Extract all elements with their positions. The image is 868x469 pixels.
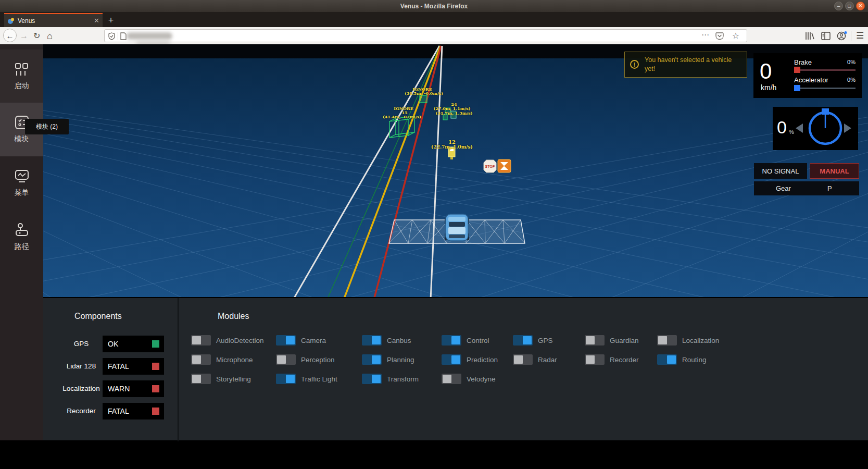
- toggle-knob: [451, 336, 460, 344]
- accelerator-slider-handle[interactable]: [794, 85, 800, 91]
- window-titlebar[interactable]: Venus - Mozilla Firefox – ▢ ✕: [0, 0, 868, 12]
- pocket-icon[interactable]: [715, 32, 724, 40]
- bookmark-star-icon[interactable]: ☆: [732, 31, 739, 41]
- svg-text:STOP: STOP: [485, 165, 495, 168]
- steering-panel: 0 %: [773, 107, 858, 150]
- brake-slider[interactable]: [794, 69, 856, 71]
- sidebar-item-menu[interactable]: 菜单: [0, 156, 43, 210]
- speed-panel: 0 km/h Brake 0% Accelerator 0%: [753, 53, 862, 98]
- module-toggle[interactable]: [585, 335, 605, 345]
- module-label: Guardian: [610, 337, 639, 344]
- module-toggle[interactable]: [191, 335, 211, 345]
- module-toggle[interactable]: [442, 335, 461, 345]
- module-toggle[interactable]: [276, 335, 296, 345]
- module-item: Routing: [657, 354, 735, 365]
- modules-grid: AudioDetection Camera Canbus Control GPS…: [191, 335, 735, 384]
- module-label: Velodyne: [467, 375, 496, 383]
- obstacle-label: (22.7m, 1.0m/s): [431, 144, 473, 150]
- joystick-icon: [15, 223, 29, 237]
- module-toggle[interactable]: [585, 354, 605, 365]
- url-text-redacted: [127, 32, 172, 40]
- module-label: Localization: [682, 337, 719, 344]
- signal-icon: [498, 159, 511, 172]
- module-label: Camera: [301, 337, 326, 344]
- component-status: OK: [103, 336, 164, 352]
- sidebar-item-setup[interactable]: 启动: [0, 50, 43, 103]
- new-tab-button[interactable]: +: [104, 14, 118, 27]
- close-button[interactable]: ✕: [856, 2, 865, 10]
- scene-3d-viewport[interactable]: STOP: [43, 44, 868, 297]
- module-toggle[interactable]: [442, 354, 461, 365]
- library-icon[interactable]: [805, 32, 814, 40]
- toggle-knob: [586, 355, 595, 364]
- url-bar[interactable]: ⋯ ☆: [104, 29, 747, 42]
- module-item: Traffic Light: [276, 374, 362, 384]
- tab-close-icon[interactable]: ✕: [94, 17, 99, 24]
- toggle-knob: [451, 355, 460, 364]
- module-toggle[interactable]: [442, 374, 461, 384]
- sidebar-item-route[interactable]: 路径: [0, 210, 43, 264]
- forward-button[interactable]: →: [20, 32, 28, 40]
- status-square: [152, 408, 159, 415]
- minimize-button[interactable]: –: [834, 2, 843, 10]
- accelerator-slider[interactable]: [794, 88, 856, 89]
- sidebar-toggle-icon[interactable]: [821, 32, 831, 40]
- module-label: Control: [467, 337, 489, 344]
- module-toggle[interactable]: [657, 354, 677, 365]
- browser-toolbar: ← → ↻ ⌂ ⋯ ☆: [0, 27, 868, 44]
- module-item: Radar: [513, 354, 585, 365]
- module-label: Perception: [301, 356, 335, 364]
- module-toggle[interactable]: [513, 354, 533, 365]
- module-item: Planning: [362, 354, 442, 365]
- component-name: Recorder: [53, 407, 110, 415]
- stop-sign-icon: STOP: [484, 160, 496, 172]
- toggle-knob: [192, 375, 201, 383]
- module-label: Transform: [387, 375, 419, 383]
- sidebar-label-modules: 模块: [15, 134, 29, 144]
- back-button[interactable]: ←: [3, 29, 17, 42]
- component-status-text: OK: [108, 340, 118, 348]
- maximize-button[interactable]: ▢: [845, 2, 854, 10]
- module-label: Canbus: [387, 337, 411, 344]
- reload-button[interactable]: ↻: [33, 32, 40, 40]
- window-title: Venus - Mozilla Firefox: [400, 3, 468, 10]
- module-item: Velodyne: [442, 374, 513, 384]
- module-toggle[interactable]: [362, 374, 382, 384]
- module-item: Storytelling: [191, 374, 276, 384]
- warning-icon: !: [630, 60, 639, 69]
- module-toggle[interactable]: [276, 374, 296, 384]
- screen: Venus - Mozilla Firefox – ▢ ✕ Venus ✕ + …: [0, 0, 868, 469]
- module-label: Microphone: [216, 356, 253, 364]
- component-name: GPS: [53, 340, 110, 348]
- module-toggle[interactable]: [362, 354, 382, 365]
- page-actions-icon[interactable]: ⋯: [701, 30, 709, 40]
- account-icon[interactable]: [837, 31, 847, 41]
- hamburger-menu-icon[interactable]: ☰: [856, 31, 864, 40]
- module-toggle[interactable]: [513, 335, 533, 345]
- module-label: Storytelling: [216, 375, 251, 383]
- toggle-knob: [372, 375, 381, 383]
- steering-right-arrow-icon: [844, 124, 851, 133]
- app-sidebar: 启动 模块 菜单: [0, 44, 43, 440]
- module-item: Canbus: [362, 335, 442, 345]
- toggle-knob: [192, 355, 201, 364]
- module-toggle[interactable]: [657, 335, 677, 345]
- module-item: Microphone: [191, 354, 276, 365]
- module-toggle[interactable]: [191, 374, 211, 384]
- signal-status: NO SIGNAL: [754, 163, 807, 179]
- obstacle-label: (31.7m, 1.3m/s): [436, 110, 473, 116]
- ego-vehicle: [445, 214, 469, 241]
- obstacle-label: (41.4m, -0.0m/s): [383, 114, 421, 119]
- module-label: Prediction: [467, 356, 498, 364]
- module-toggle[interactable]: [276, 354, 296, 365]
- component-status-text: FATAL: [108, 407, 129, 415]
- module-toggle[interactable]: [362, 335, 382, 345]
- shield-icon[interactable]: [108, 32, 115, 40]
- page-icon[interactable]: [120, 32, 127, 40]
- toggle-knob: [523, 336, 532, 344]
- home-button[interactable]: ⌂: [47, 31, 53, 41]
- module-toggle[interactable]: [191, 354, 211, 365]
- modules-tooltip: 模块 (2): [25, 119, 69, 134]
- tab-venus[interactable]: Venus ✕: [4, 13, 103, 27]
- brake-slider-handle[interactable]: [794, 67, 800, 73]
